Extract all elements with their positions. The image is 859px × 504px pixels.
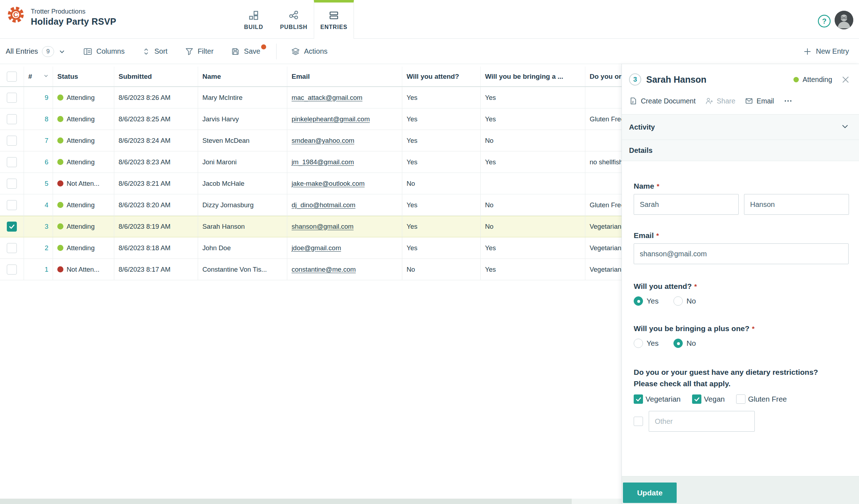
entry-detail-panel: 3 Sarah Hanson Attending p [622,64,859,504]
column-header-attend[interactable]: Will you attend? [402,67,481,86]
row-checkbox[interactable] [7,200,17,210]
email-link[interactable]: smdean@yahoo.com [292,137,354,145]
horizontal-scrollbar[interactable] [0,499,626,504]
cognito-gear-logo[interactable]: C [6,5,25,24]
column-header-plus-one[interactable]: Will you be bringing a ... [481,67,585,86]
other-checkbox[interactable] [634,417,643,426]
status-label: Attending [67,158,95,166]
svg-text:p: p [632,100,634,103]
plus-one-option-label: No [686,339,696,348]
dietary-option-gluten-free[interactable]: Gluten Free [736,394,787,404]
save-button[interactable]: Save [231,47,260,56]
user-avatar[interactable] [835,11,853,29]
entry-number-link[interactable]: 8 [45,115,48,123]
column-header-status[interactable]: Status [53,67,114,86]
tab-publish[interactable]: PUBLISH [274,0,314,39]
email-link[interactable]: jdoe@gmail.com [292,244,341,252]
sort-button[interactable]: Sort [142,47,168,56]
entry-number-link[interactable]: 4 [45,201,48,209]
person-plus-icon [705,97,714,105]
row-checkbox[interactable] [7,157,17,167]
attend-option-yes[interactable]: Yes [634,296,658,306]
email-button[interactable]: Email [745,97,774,105]
new-entry-button[interactable]: New Entry [803,47,849,56]
status-cell: Attending [53,216,114,237]
column-header-name[interactable]: Name [198,67,287,86]
plus-one-option-yes[interactable]: Yes [634,339,658,348]
gluten-free-checkbox[interactable] [736,394,745,404]
dietary-option-vegan[interactable]: Vegan [692,394,725,404]
scrollbar-thumb[interactable] [0,499,572,504]
email-link[interactable]: mac_attack@gmail.com [292,94,363,102]
actions-button[interactable]: Actions [291,47,328,56]
help-button[interactable]: ? [817,14,831,28]
entry-number-badge: 3 [629,73,641,86]
email-link[interactable]: dj_dino@hotmail.com [292,201,355,209]
columns-button[interactable]: Columns [83,47,125,56]
plus-one-radio-yes[interactable] [634,339,643,348]
attend-radio-no[interactable] [673,296,683,306]
row-checkbox[interactable] [7,179,17,189]
activity-section-toggle[interactable]: Activity [622,115,859,140]
column-header-email[interactable]: Email [287,67,402,86]
create-document-button[interactable]: p Create Document [629,97,696,105]
email-link[interactable]: pinkelepheant@gmail.com [292,115,370,123]
build-blocks-icon [248,9,259,21]
entry-number-link[interactable]: 2 [45,244,48,252]
view-selector[interactable]: All Entries 9 [6,46,66,57]
vegetarian-checkbox[interactable] [634,394,643,404]
more-options-button[interactable] [783,96,793,106]
vegan-checkbox[interactable] [692,394,701,404]
first-name-input[interactable] [634,194,739,215]
row-checkbox[interactable] [7,93,17,103]
close-panel-button[interactable] [841,75,850,84]
column-header-submitted[interactable]: Submitted [114,67,198,86]
dietary-option-label: Vegan [704,395,725,403]
envelope-icon [745,97,753,105]
entry-number-link[interactable]: 5 [45,180,48,188]
entry-number-link[interactable]: 3 [45,223,48,231]
last-name-input[interactable] [744,194,849,215]
tab-entries[interactable]: ENTRIES [314,0,354,39]
attend-radio-yes[interactable] [634,296,643,306]
other-input[interactable] [649,411,755,432]
email-link[interactable]: jake-make@outlook.com [292,180,365,188]
row-checkbox[interactable] [7,114,17,124]
panel-header: 3 Sarah Hanson Attending p [622,64,859,114]
entries-toolbar: All Entries 9 Columns Sort [0,39,859,64]
entry-number-link[interactable]: 7 [45,137,48,145]
select-all-checkbox[interactable] [7,72,17,82]
entry-number-link[interactable]: 9 [45,94,48,102]
email-link[interactable]: jm_1984@gmail.com [292,158,354,166]
column-header-num[interactable]: # [24,67,53,86]
entries-rows-icon [328,9,339,21]
status-dot [57,94,63,101]
panel-status-dot [793,77,799,82]
status-cell: Not Atten... [53,259,114,280]
tab-build[interactable]: BUILD [234,0,274,39]
email-input[interactable] [634,243,849,264]
plus-one-radio-no[interactable] [673,339,683,348]
row-checkbox[interactable] [7,243,17,253]
filter-button[interactable]: Filter [185,47,213,56]
row-checkbox[interactable] [7,222,17,232]
row-checkbox[interactable] [7,136,17,146]
filter-funnel-icon [185,47,194,56]
share-button[interactable]: Share [705,97,735,105]
required-asterisk: * [694,283,697,290]
entry-number-link[interactable]: 6 [45,158,48,166]
details-section-header: Details [622,140,859,161]
attend-cell: Yes [402,194,481,215]
update-button[interactable]: Update [623,483,677,503]
row-select-cell [0,130,24,151]
email-link[interactable]: constantine@me.com [292,266,356,273]
plus-one-option-no[interactable]: No [673,339,696,348]
row-checkbox[interactable] [7,265,17,275]
dietary-option-vegetarian[interactable]: Vegetarian [634,394,681,404]
attend-option-no[interactable]: No [673,296,696,306]
email-link[interactable]: shanson@gmail.com [292,223,354,231]
entry-number-link[interactable]: 1 [45,266,48,273]
select-all-cell[interactable] [0,67,24,86]
plus-one-cell: No [481,194,585,215]
plus-one-cell: Yes [481,87,585,108]
